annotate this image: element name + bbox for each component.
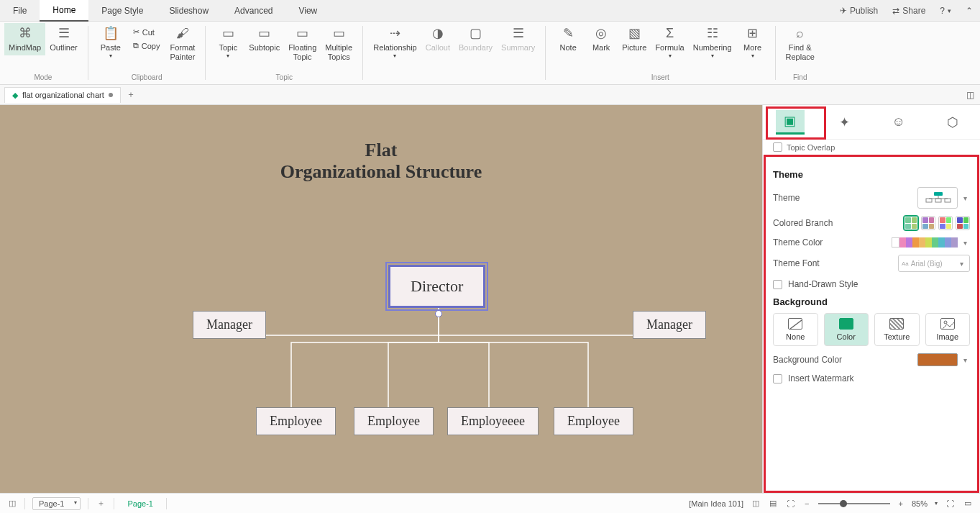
minimize-panel-button[interactable]: ▭ — [963, 497, 973, 509]
node-employee-3[interactable]: Employeeee — [447, 407, 539, 435]
mindmap-icon: ⌘ — [17, 26, 33, 42]
sparkle-icon: ✦ — [839, 114, 850, 130]
menu-bar: File Home Page Style Slideshow Advanced … — [0, 0, 980, 22]
add-page-button[interactable]: ＋ — [96, 496, 106, 510]
copy-button[interactable]: ⧉Copy — [130, 40, 163, 52]
menu-home[interactable]: Home — [40, 0, 88, 22]
watermark-checkbox[interactable] — [773, 374, 782, 383]
bg-color-swatch[interactable] — [917, 353, 958, 366]
none-icon — [788, 318, 802, 330]
share-label: Share — [902, 6, 925, 16]
svg-rect-4 — [935, 199, 941, 202]
bg-option-none[interactable]: None — [773, 313, 818, 346]
branch-color-option-4[interactable] — [956, 216, 970, 230]
numbering-button[interactable]: ☷Numbering▾ — [689, 23, 736, 63]
hand-drawn-checkbox[interactable] — [773, 280, 782, 289]
zoom-in-button[interactable]: + — [897, 498, 905, 509]
subtopic-button[interactable]: ▭Subtopic — [244, 23, 284, 55]
bg-option-texture[interactable]: Texture — [874, 313, 920, 346]
menu-file[interactable]: File — [0, 1, 40, 21]
branch-color-option-1[interactable] — [904, 216, 918, 230]
relationship-icon: ⇢ — [387, 26, 403, 42]
find-replace-button[interactable]: ⌕Find & Replace — [782, 23, 819, 65]
note-button[interactable]: ✎Note — [551, 23, 585, 55]
menu-slideshow[interactable]: Slideshow — [156, 1, 221, 21]
topic-button[interactable]: ▭Topic▾ — [211, 23, 244, 63]
document-tab[interactable]: ◆ flat organizational chart — [4, 87, 121, 103]
boundary-button: ▢Boundary — [454, 23, 497, 55]
help-button[interactable]: ?▾ — [933, 6, 958, 16]
panel-tab-ai[interactable]: ✦ — [830, 110, 858, 135]
theme-color-palette[interactable] — [892, 237, 958, 248]
theme-color-dropdown-icon[interactable]: ▾ — [961, 239, 970, 247]
bg-option-color[interactable]: Color — [824, 313, 869, 346]
section-title-background: Background — [773, 296, 970, 307]
formula-button[interactable]: ΣFormula▾ — [651, 23, 688, 63]
theme-dropdown-icon[interactable]: ▾ — [961, 194, 970, 202]
node-employee-1[interactable]: Employee — [256, 407, 336, 435]
format-painter-button[interactable]: 🖌 Format Painter — [165, 23, 199, 65]
cut-button[interactable]: ✂Cut — [130, 26, 163, 38]
node-employee-4[interactable]: Employee — [554, 407, 633, 435]
panel-tab-emoji[interactable]: ☺ — [884, 110, 913, 135]
mark-button[interactable]: ◎Mark — [585, 23, 618, 55]
outliner-button[interactable]: ☰ Outliner — [45, 23, 82, 55]
zoom-out-button[interactable]: − — [803, 498, 810, 509]
zoom-slider[interactable] — [818, 503, 890, 504]
publish-icon: ✈ — [840, 6, 847, 16]
watermark-row: Insert Watermark — [773, 373, 970, 383]
picture-button[interactable]: ▧Picture — [618, 23, 651, 55]
bg-color-row: Background Color ▾ — [773, 353, 970, 366]
pages-panel-button[interactable]: ◫ — [7, 497, 17, 509]
page-tab[interactable]: Page-1 — [122, 499, 158, 508]
node-employee-2[interactable]: Employee — [354, 407, 434, 435]
formula-icon: Σ — [662, 26, 678, 42]
panel-tab-page[interactable]: ▣ — [776, 110, 805, 135]
node-director[interactable]: Director — [388, 265, 485, 308]
multiple-topics-button[interactable]: ▭Multiple Topics — [321, 23, 357, 65]
panel-tab-settings[interactable]: ⬡ — [938, 110, 967, 135]
bg-color-dropdown-icon[interactable]: ▾ — [961, 356, 970, 364]
page-dropdown[interactable]: Page-1▾ — [32, 497, 81, 510]
view-mode-1[interactable]: ◫ — [751, 497, 761, 509]
cut-icon: ✂ — [133, 27, 139, 37]
svg-rect-3 — [926, 199, 932, 202]
publish-button[interactable]: ✈ Publish — [833, 6, 885, 16]
mindmap-button[interactable]: ⌘ MindMap — [4, 23, 45, 55]
menu-view[interactable]: View — [285, 1, 330, 21]
panel-body: Theme Theme ▾ Colored Branch — [763, 155, 980, 493]
canvas[interactable]: Flat Organizational Structure Director M… — [0, 105, 762, 493]
branch-color-option-2[interactable] — [921, 216, 935, 230]
callout-button: ◑Callout — [421, 23, 454, 55]
svg-line-6 — [790, 320, 802, 329]
callout-icon: ◑ — [430, 26, 446, 42]
theme-selector[interactable] — [917, 187, 958, 209]
fullscreen-button[interactable]: ⛶ — [945, 498, 956, 509]
colored-branch-row: Colored Branch — [773, 216, 970, 230]
bg-option-image[interactable]: Image — [925, 313, 971, 346]
collapse-ribbon-button[interactable]: ⌃ — [958, 6, 980, 16]
fit-button[interactable]: ⛶ — [785, 498, 796, 509]
panel-toggle-button[interactable]: ◫ — [965, 88, 976, 101]
new-tab-button[interactable]: ＋ — [125, 87, 137, 102]
floating-topic-button[interactable]: ▭Floating Topic — [284, 23, 321, 65]
view-mode-2[interactable]: ▤ — [768, 497, 778, 509]
node-manager-1[interactable]: Manager — [193, 311, 266, 339]
menu-pagestyle[interactable]: Page Style — [88, 1, 156, 21]
section-title-theme: Theme — [773, 169, 970, 180]
relationship-button[interactable]: ⇢Relationship▾ — [369, 23, 421, 63]
boundary-icon: ▢ — [468, 26, 484, 42]
share-icon: ⇄ — [892, 6, 899, 16]
more-icon: ⊞ — [745, 26, 761, 42]
paste-button[interactable]: 📋 Paste ▾ — [94, 23, 127, 63]
document-tab-strip: ◆ flat organizational chart ＋ ◫ — [0, 85, 980, 105]
group-label-find: Find — [793, 73, 807, 83]
branch-color-option-3[interactable] — [938, 216, 953, 230]
node-handle[interactable] — [435, 310, 442, 317]
theme-font-selector[interactable]: Aa Arial (Big) ▾ — [898, 255, 970, 272]
share-button[interactable]: ⇄ Share — [885, 6, 933, 16]
node-manager-2[interactable]: Manager — [633, 311, 706, 339]
more-button[interactable]: ⊞More▾ — [736, 23, 769, 63]
menu-advanced[interactable]: Advanced — [221, 1, 285, 21]
topic-overlap-checkbox[interactable] — [773, 142, 782, 152]
